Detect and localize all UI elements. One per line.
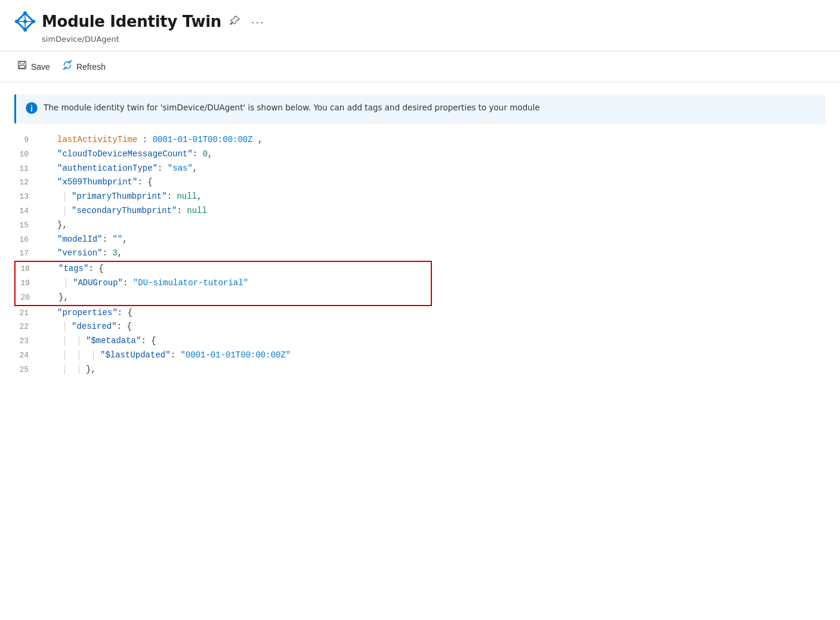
line-number: 20 <box>16 291 39 304</box>
svg-rect-12 <box>20 66 25 69</box>
code-line-12: 12 "x509Thumbprint" : { <box>14 175 826 190</box>
line-content: "modelId" : "" , <box>38 233 128 247</box>
line-number: 23 <box>14 335 38 348</box>
highlight-region: 18 "tags" : { 19 "ADUGroup" : "DU-simula… <box>14 261 432 306</box>
code-punct: , <box>197 190 202 204</box>
code-value: null <box>187 204 207 218</box>
code-key: "$lastUpdated" <box>100 348 171 363</box>
code-line-10: 10 "cloudToDeviceMessageCount" : 0 , <box>14 147 826 162</box>
line-number: 13 <box>14 190 38 203</box>
code-punct: : <box>167 190 177 204</box>
more-button[interactable]: ··· <box>249 14 267 30</box>
refresh-button[interactable]: Refresh <box>60 57 115 76</box>
page-header: Module Identity Twin ··· simDevice/DUAge… <box>0 0 840 51</box>
code-line-25: 25 }, <box>14 363 826 377</box>
code-key: "desired" <box>72 320 117 334</box>
code-key: "properties" <box>57 306 118 320</box>
code-key: "secondaryThumbprint" <box>72 204 177 218</box>
code-line-11: 11 "authenticationType" : "sas" , <box>14 162 826 176</box>
code-punct: : <box>158 162 168 176</box>
line-content: }, <box>38 363 96 377</box>
code-value: null <box>177 190 197 204</box>
line-content: "primaryThumbprint" : null , <box>38 190 202 204</box>
code-punct: : { <box>137 175 152 190</box>
line-number: 22 <box>14 320 38 334</box>
save-button[interactable]: Save <box>14 57 60 76</box>
code-key: "version" <box>57 246 103 261</box>
code-key: "x509Thumbprint" <box>57 175 137 190</box>
info-banner: The module identity twin for 'simDevice/… <box>14 94 826 124</box>
code-punct: }, <box>58 291 69 305</box>
line-number: 16 <box>14 233 38 246</box>
code-punct: , <box>122 233 127 247</box>
code-line-19: 19 "ADUGroup" : "DU-simulator-tutorial" <box>16 276 431 291</box>
line-content: "$lastUpdated" : "0001-01-01T00:00:00Z" <box>38 348 291 363</box>
code-punct: , <box>193 162 197 176</box>
code-punct: : <box>193 147 203 162</box>
line-content: "cloudToDeviceMessageCount" : 0 , <box>38 147 212 162</box>
code-punct: , <box>118 246 122 261</box>
line-content: }, <box>38 218 67 233</box>
line-number: 10 <box>14 148 38 161</box>
code-punct: }, <box>86 363 96 377</box>
code-line-9: 9 lastActivityTime : 0001-01-01T00:00:00… <box>14 133 826 147</box>
app-logo <box>14 11 36 32</box>
code-punct: : <box>177 204 187 218</box>
page-title: Module Identity Twin <box>42 13 221 30</box>
line-number: 24 <box>14 349 38 362</box>
code-punct: : <box>103 233 113 247</box>
code-punct: , <box>253 133 263 147</box>
code-value: "DU-simulator-tutorial" <box>133 276 248 291</box>
refresh-label: Refresh <box>76 62 106 72</box>
ellipsis-icon: ··· <box>251 15 265 28</box>
refresh-icon <box>62 60 73 73</box>
code-key: "ADUGroup" <box>73 276 123 291</box>
code-punct: : <box>123 276 133 291</box>
code-punct: }, <box>57 218 67 233</box>
line-number: 18 <box>16 263 39 276</box>
code-line-17: 17 "version" : 3 , <box>14 246 826 261</box>
pin-button[interactable] <box>227 14 243 30</box>
code-line-21: 21 "properties" : { <box>14 306 826 320</box>
line-number: 9 <box>14 134 38 147</box>
code-value: "sas" <box>168 162 193 176</box>
svg-point-15 <box>31 105 32 106</box>
code-value: 0 <box>203 147 208 162</box>
code-key: "$metadata" <box>86 334 141 348</box>
code-punct: : <box>171 348 181 363</box>
code-value: 3 <box>112 246 117 261</box>
toolbar: Save Refresh <box>0 51 840 82</box>
code-line-24: 24 "$lastUpdated" : "0001-01-01T00:00:00… <box>14 348 826 363</box>
code-line-23: 23 "$metadata" : { <box>14 334 826 348</box>
info-icon <box>26 102 38 116</box>
code-key: "tags" <box>58 262 88 276</box>
code-key: "modelId" <box>57 233 103 247</box>
line-number: 19 <box>16 277 39 290</box>
save-label: Save <box>31 62 50 72</box>
line-content: "authenticationType" : "sas" , <box>38 162 197 176</box>
line-content: "desired" : { <box>38 320 132 334</box>
code-line-20: 20 }, <box>16 291 431 305</box>
code-punct: : { <box>88 262 103 276</box>
save-icon <box>17 60 27 73</box>
line-content: "$metadata" : { <box>38 334 156 348</box>
code-key: "primaryThumbprint" <box>72 190 167 204</box>
code-key: "cloudToDeviceMessageCount" <box>57 147 193 162</box>
line-number: 12 <box>14 176 38 189</box>
info-banner-text: The module identity twin for 'simDevice/… <box>44 101 540 113</box>
title-row: Module Identity Twin ··· <box>14 11 826 32</box>
line-content: lastActivityTime : 0001-01-01T00:00:00Z … <box>38 133 262 147</box>
code-punct: , <box>208 147 212 162</box>
code-punct: : <box>103 246 113 261</box>
code-value: "" <box>112 233 122 247</box>
page-subtitle: simDevice/DUAgent <box>14 35 826 44</box>
line-content: "x509Thumbprint" : { <box>38 175 153 190</box>
code-value: 0001-01-01T00:00:00Z <box>153 133 253 147</box>
code-key: lastActivityTime <box>57 133 137 147</box>
line-content: "secondaryThumbprint" : null <box>38 204 207 218</box>
code-punct: : <box>137 133 152 147</box>
code-line-13: 13 "primaryThumbprint" : null , <box>14 190 826 204</box>
code-line-22: 22 "desired" : { <box>14 320 826 334</box>
line-content: "ADUGroup" : "DU-simulator-tutorial" <box>39 276 248 291</box>
code-line-15: 15 }, <box>14 218 826 233</box>
